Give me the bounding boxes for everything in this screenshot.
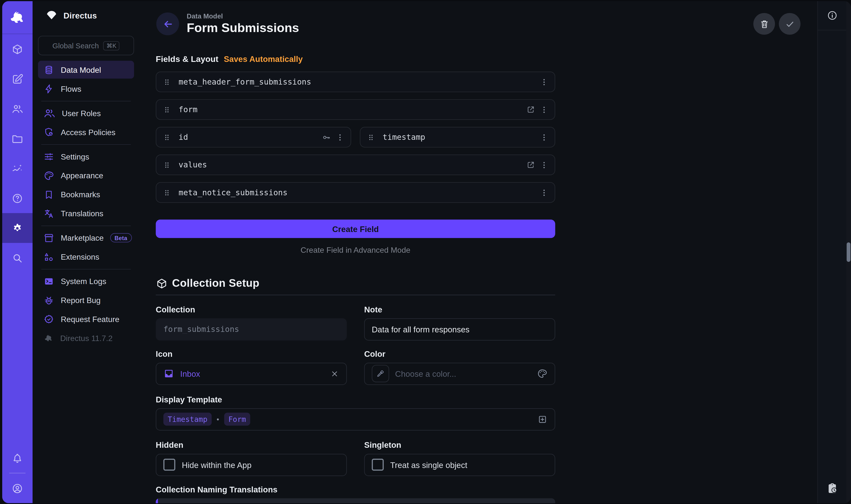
sidebar-item-user-roles[interactable]: User Roles <box>38 104 134 122</box>
delete-collection-button[interactable] <box>753 13 775 35</box>
autosave-status: Saves Automatically <box>224 54 303 64</box>
sidebar-item-label: Extensions <box>61 252 99 261</box>
more-options-icon[interactable] <box>540 188 549 197</box>
drag-handle-icon[interactable] <box>162 105 171 114</box>
add-field-to-template-button[interactable] <box>537 414 548 424</box>
template-chip[interactable]: Timestamp <box>163 413 212 426</box>
more-options-icon[interactable] <box>540 133 549 142</box>
directus-logo[interactable] <box>2 1 33 34</box>
more-options-icon[interactable] <box>540 77 549 86</box>
hidden-label: Hidden <box>156 440 347 449</box>
rabbit-small-icon <box>44 333 54 343</box>
sidebar-item-translations[interactable]: Translations <box>38 204 134 222</box>
hidden-checkbox[interactable] <box>163 458 175 470</box>
color-input[interactable]: Choose a color... <box>364 362 555 385</box>
field-row[interactable]: values <box>156 155 555 175</box>
edit-icon <box>11 73 23 85</box>
field-row[interactable]: meta_notice_submissions <box>156 182 555 203</box>
naming-translations-list[interactable] <box>156 498 555 503</box>
more-options-icon[interactable] <box>540 105 549 114</box>
display-template-input[interactable]: Timestamp•Form <box>156 408 555 430</box>
collection-input[interactable] <box>156 318 347 340</box>
divider <box>41 101 131 101</box>
drag-handle-icon[interactable] <box>162 188 171 197</box>
sidebar-item-settings[interactable]: Settings <box>38 147 134 165</box>
field-row[interactable]: timestamp <box>360 127 555 148</box>
module-files[interactable] <box>2 124 33 154</box>
field-row[interactable]: meta_header_form_submissions <box>156 72 555 92</box>
eyedropper-swatch[interactable] <box>372 365 389 382</box>
sidebar-item-request-feature[interactable]: Request Feature <box>38 310 134 328</box>
color-placeholder: Choose a color... <box>395 369 456 378</box>
drag-handle-icon[interactable] <box>162 133 171 142</box>
singleton-checkbox[interactable] <box>372 458 384 470</box>
sidebar-item-label: Data Model <box>61 65 101 74</box>
more-options-icon[interactable] <box>540 160 549 169</box>
trash-icon <box>759 19 769 29</box>
create-field-button[interactable]: Create Field <box>156 220 555 238</box>
module-search[interactable] <box>2 243 33 273</box>
database-icon <box>44 64 54 75</box>
eyedropper-icon <box>376 370 385 378</box>
sidebar-item-label: System Logs <box>61 277 106 286</box>
collection-value[interactable] <box>163 325 339 334</box>
note-value[interactable] <box>372 324 548 334</box>
scrollbar-track[interactable] <box>846 1 851 503</box>
open-relation-icon <box>526 105 535 114</box>
field-grid-row: meta_header_form_submissions <box>156 72 555 92</box>
module-docs[interactable] <box>2 183 33 213</box>
module-notifications[interactable] <box>2 443 33 473</box>
sidebar-item-appearance[interactable]: Appearance <box>38 166 134 184</box>
icon-input[interactable]: Inbox <box>156 362 347 385</box>
drag-handle-icon[interactable] <box>366 133 376 142</box>
field-name: id <box>178 133 188 142</box>
project-header[interactable]: Directus <box>38 1 134 29</box>
module-settings[interactable] <box>2 213 33 243</box>
module-insights[interactable] <box>2 154 33 183</box>
fields-section-header: Fields & Layout Saves Automatically <box>156 54 555 64</box>
sidebar-info-section <box>818 1 846 30</box>
icon-value-text: Inbox <box>180 369 200 378</box>
create-field-advanced-link[interactable]: Create Field in Advanced Mode <box>156 246 555 254</box>
global-search-input[interactable]: Global Search ⌘K <box>38 36 134 55</box>
sidebar-item-flows[interactable]: Flows <box>38 80 134 98</box>
sidebar-item-system-logs[interactable]: System Logs <box>38 272 134 290</box>
breadcrumb: Data Model <box>187 13 299 20</box>
field-row[interactable]: id <box>156 127 351 148</box>
note-input[interactable] <box>364 318 555 340</box>
field-row[interactable]: form <box>156 99 555 120</box>
search-placeholder: Global Search <box>52 41 99 50</box>
sidebar-item-directus-11-7-2: Directus 11.7.2 <box>38 329 134 347</box>
sidebar-item-marketplace[interactable]: MarketplaceBeta <box>38 229 134 247</box>
divider <box>41 144 131 144</box>
drag-handle-icon[interactable] <box>162 77 171 86</box>
sidebar-item-extensions[interactable]: Extensions <box>38 248 134 266</box>
module-account[interactable] <box>2 473 33 503</box>
icon-label: Icon <box>156 349 347 358</box>
sidebar-item-access-policies[interactable]: Access Policies <box>38 123 134 141</box>
save-button[interactable] <box>779 13 801 35</box>
primary-key-icon <box>322 133 331 142</box>
module-users[interactable] <box>2 94 33 124</box>
scrollbar-thumb[interactable] <box>847 242 850 262</box>
sidebar-item-report-bug[interactable]: Report Bug <box>38 291 134 309</box>
drag-handle-icon[interactable] <box>162 160 171 169</box>
template-separator: • <box>217 415 219 423</box>
storefront-icon <box>44 232 54 243</box>
palette-icon[interactable] <box>537 368 548 379</box>
template-chip[interactable]: Form <box>224 413 250 426</box>
back-button[interactable] <box>156 13 179 35</box>
clipboard-clock-icon[interactable] <box>826 482 838 494</box>
module-visual-editor[interactable] <box>2 64 33 94</box>
more-options-icon[interactable] <box>335 133 345 142</box>
naming-translations-label: Collection Naming Translations <box>156 485 555 494</box>
naming-translations-block: Collection Naming Translations <box>156 485 555 503</box>
sidebar-item-data-model[interactable]: Data Model <box>38 61 134 79</box>
info-icon[interactable] <box>826 10 838 21</box>
hidden-field: Hide within the App <box>156 453 347 476</box>
box-icon <box>11 43 23 55</box>
clear-icon-button[interactable] <box>330 369 339 378</box>
module-content[interactable] <box>2 34 33 64</box>
sidebar-item-bookmarks[interactable]: Bookmarks <box>38 185 134 203</box>
category-icon <box>44 251 54 262</box>
